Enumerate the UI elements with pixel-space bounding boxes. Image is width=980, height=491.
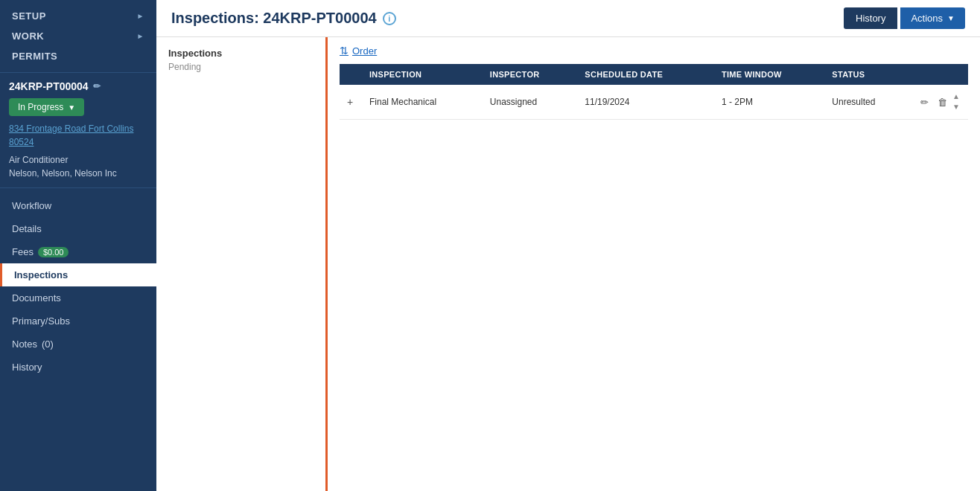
row-expand-cell[interactable]: +: [340, 85, 362, 120]
col-time-window: TIME WINDOW: [714, 64, 824, 85]
table-body: + Final Mechanical Unassigned 11/19/2024…: [340, 85, 968, 120]
row-action-group: ✏ 🗑: [917, 95, 950, 109]
sidebar-item-details[interactable]: Details: [0, 217, 156, 240]
sidebar-nav: Workflow Details Fees $0.00 Inspections …: [0, 188, 156, 491]
header-actions: History Actions ▼: [844, 7, 965, 29]
permit-id-text: 24KRP-PT00004: [9, 80, 89, 92]
permit-id-row: 24KRP-PT00004 ✏: [9, 80, 147, 92]
page-title-text: Inspections: 24KRP-PT00004: [171, 10, 377, 27]
row-inspection-name: Final Mechanical: [362, 85, 483, 120]
desc-line1: Air Conditioner: [9, 153, 147, 167]
status-button[interactable]: In Progress ▼: [9, 98, 84, 116]
delete-row-button[interactable]: 🗑: [935, 95, 950, 109]
top-navigation: SETUP ► WORK ► PERMITS: [0, 0, 156, 73]
sidebar-item-permits[interactable]: PERMITS: [0, 46, 156, 66]
permit-info-section: 24KRP-PT00004 ✏ In Progress ▼ 834 Fronta…: [0, 73, 156, 188]
page-title: Inspections: 24KRP-PT00004 i: [171, 10, 396, 27]
sidebar-item-primary-subs[interactable]: Primary/Subs: [0, 309, 156, 333]
history-label: History: [12, 362, 42, 373]
sidebar-item-notes[interactable]: Notes (0): [0, 333, 156, 356]
edit-row-button[interactable]: ✏: [917, 95, 932, 109]
fees-label: Fees: [12, 246, 34, 257]
col-scheduled-date: SCHEDULED DATE: [577, 64, 714, 85]
order-label: Order: [352, 45, 377, 57]
actions-button[interactable]: Actions ▼: [900, 7, 965, 29]
order-link[interactable]: ⇅ Order: [340, 45, 377, 57]
permits-label: PERMITS: [12, 51, 57, 62]
sidebar-item-workflow[interactable]: Workflow: [0, 194, 156, 217]
row-inspector: Unassigned: [483, 85, 577, 120]
notes-label: Notes: [12, 338, 37, 350]
status-label: In Progress: [18, 102, 63, 112]
row-scheduled-date: 11/19/2024: [577, 85, 714, 120]
primary-subs-label: Primary/Subs: [12, 315, 70, 327]
sidebar-item-setup[interactable]: SETUP ►: [0, 6, 156, 26]
sidebar-item-fees[interactable]: Fees $0.00: [0, 240, 156, 263]
sidebar-item-documents[interactable]: Documents: [0, 286, 156, 309]
panel-section-subtitle: Pending: [168, 62, 314, 72]
col-actions: [910, 64, 968, 85]
address-line1: 834 Frontage Road Fort Collins: [9, 123, 133, 134]
sidebar-item-inspections[interactable]: Inspections: [0, 263, 156, 286]
col-expand: [340, 64, 362, 85]
permit-edit-icon[interactable]: ✏: [93, 81, 101, 92]
col-inspector: INSPECTOR: [483, 64, 577, 85]
col-inspection: INSPECTION: [362, 64, 483, 85]
row-action-buttons: ✏ 🗑 ▲ ▼: [910, 85, 968, 120]
expand-icon[interactable]: +: [347, 96, 353, 108]
scroll-arrow-group: ▲ ▼: [952, 92, 961, 112]
right-panel: ⇅ Order INSPECTION INSPECTOR SCHEDULED D…: [328, 37, 980, 491]
col-status: STATUS: [824, 64, 910, 85]
main-content: Inspections: 24KRP-PT00004 i History Act…: [156, 0, 980, 491]
inspections-label: Inspections: [14, 269, 68, 280]
order-sort-icon: ⇅: [340, 45, 349, 57]
scroll-down-button[interactable]: ▼: [952, 103, 961, 112]
main-header: Inspections: 24KRP-PT00004 i History Act…: [156, 0, 980, 37]
documents-label: Documents: [12, 292, 61, 304]
notes-count: (0): [42, 338, 54, 350]
history-button[interactable]: History: [844, 7, 897, 29]
work-label: WORK: [12, 31, 44, 42]
sidebar: SETUP ► WORK ► PERMITS 24KRP-PT00004 ✏ I…: [0, 0, 156, 491]
permit-description: Air Conditioner Nelson, Nelson, Nelson I…: [9, 153, 147, 180]
details-label: Details: [12, 223, 42, 234]
panel-section-title: Inspections: [168, 48, 314, 59]
scroll-up-button[interactable]: ▲: [952, 92, 961, 101]
desc-line2: Nelson, Nelson, Nelson Inc: [9, 167, 147, 180]
table-header: INSPECTION INSPECTOR SCHEDULED DATE TIME…: [340, 64, 968, 85]
row-status: Unresulted: [824, 85, 910, 120]
info-icon[interactable]: i: [383, 12, 396, 25]
actions-caret-icon: ▼: [947, 14, 955, 22]
table-row: + Final Mechanical Unassigned 11/19/2024…: [340, 85, 968, 120]
address-line2: 80524: [9, 137, 34, 147]
left-panel: Inspections Pending: [156, 37, 328, 491]
actions-label: Actions: [911, 13, 943, 24]
inspections-table: INSPECTION INSPECTOR SCHEDULED DATE TIME…: [340, 64, 968, 120]
sidebar-item-work[interactable]: WORK ►: [0, 26, 156, 46]
workflow-label: Workflow: [12, 200, 51, 211]
fees-badge: $0.00: [38, 247, 69, 257]
sidebar-item-history[interactable]: History: [0, 356, 156, 379]
status-arrow-icon: ▼: [68, 103, 75, 112]
setup-label: SETUP: [12, 10, 46, 22]
work-chevron-icon: ►: [137, 32, 144, 40]
content-area: Inspections Pending ⇅ Order INSPECTION I…: [156, 37, 980, 491]
row-time-window: 1 - 2PM: [714, 85, 824, 120]
setup-chevron-icon: ►: [137, 12, 144, 20]
permit-address[interactable]: 834 Frontage Road Fort Collins 80524: [9, 122, 147, 149]
